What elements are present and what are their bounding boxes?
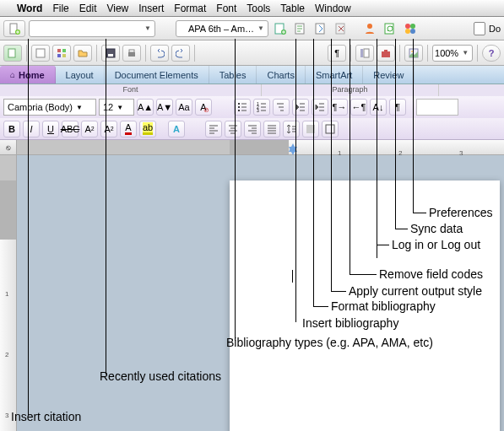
citation-toolbar: ▼ APA 6th – Am… ▼ [0,17,504,40]
toolbox-button[interactable] [377,45,395,62]
ltr-button[interactable]: ¶→ [331,99,348,116]
borders-button[interactable] [322,121,339,137]
shading-button[interactable] [302,121,319,137]
bibliography-style-dropdown[interactable]: APA 6th – Am… ▼ [176,20,268,37]
italic-button[interactable]: I [23,121,40,137]
align-center-button[interactable] [225,121,241,137]
standard-toolbar: ¶ 100%▼ ? [0,40,504,66]
insert-citation-button[interactable] [3,20,25,37]
styles-preview[interactable] [416,99,458,116]
callout-insert-bib: Insert bibliography [302,316,398,330]
callout-login: Log in or Log out [392,238,480,251]
menu-table[interactable]: Table [280,3,305,14]
shrink-font-button[interactable]: A▼ [156,99,173,116]
horizontal-ruler[interactable]: 1 2 3 [17,140,504,155]
menu-format[interactable]: Format [174,3,206,14]
apply-output-style-button[interactable] [312,20,329,37]
svg-rect-26 [384,50,387,51]
show-hide-button[interactable]: ¶ [389,99,406,116]
ribbon-row-1: Cambria (Body)▼ 12▼ A▲ A▼ Aa A⊘ 123 ¶→ ←… [0,96,504,118]
open-button[interactable] [73,45,92,62]
gallery-button[interactable] [52,45,71,62]
svg-text:3: 3 [257,108,259,113]
callout-insert-citation: Insert citation [11,410,81,423]
svg-rect-18 [62,54,66,57]
menu-font[interactable]: Font [216,3,236,14]
callout-recent-citations: Recently used citations [100,369,221,383]
home-icon: ⌂ [10,70,15,79]
numbering-button[interactable]: 123 [253,99,270,116]
svg-rect-25 [382,51,390,57]
recent-citations-dropdown[interactable]: ▼ [29,20,155,37]
ruler-corner[interactable]: ⎋ [0,140,17,155]
change-case-button[interactable]: Aa [176,99,192,116]
tab-charts[interactable]: Charts [257,66,305,84]
zoom-dropdown[interactable]: 100%▼ [432,45,473,62]
tab-tables[interactable]: Tables [209,66,257,84]
insert-bibliography-button[interactable] [272,20,289,37]
justify-button[interactable] [263,121,280,137]
tab-label: Review [373,70,404,80]
increase-indent-button[interactable] [312,99,328,116]
redo-button[interactable] [171,45,190,62]
vertical-ruler[interactable]: 1 2 3 [0,155,17,431]
svg-point-29 [238,103,240,105]
font-size-dropdown[interactable]: 12▼ [99,99,134,116]
sidebar-button[interactable] [355,45,374,62]
highlight-button[interactable]: ab [139,121,156,137]
rtl-button[interactable]: ←¶ [350,99,367,116]
multilevel-list-button[interactable] [273,99,290,116]
text-effects-button[interactable]: A [168,121,185,137]
menu-view[interactable]: View [106,3,128,14]
sync-data-button[interactable] [382,20,398,37]
menu-tools[interactable]: Tools [247,3,270,14]
preferences-button[interactable] [402,20,419,37]
grow-font-button[interactable]: A▲ [137,99,154,116]
svg-point-31 [238,110,240,111]
svg-point-11 [405,29,410,34]
menu-file[interactable]: File [52,3,68,14]
svg-rect-36 [326,125,334,133]
bold-button[interactable]: B [3,121,20,137]
menu-insert[interactable]: Insert [138,3,164,14]
remove-field-codes-button[interactable] [333,20,350,37]
font-size-value: 12 [103,102,113,112]
tab-review[interactable]: Review [363,66,415,84]
save-button[interactable] [101,45,120,62]
tab-smartart[interactable]: SmartArt [306,66,363,84]
menu-edit[interactable]: Edit [79,3,97,14]
new-button[interactable] [3,45,22,62]
superscript-button[interactable]: A2 [100,121,117,137]
callout-format-bib: Format bibliography [331,299,436,313]
app-menu[interactable]: Word [17,3,42,14]
line-spacing-button[interactable] [283,121,300,137]
decrease-indent-button[interactable] [292,99,309,116]
new-from-template-button[interactable] [31,45,50,62]
print-button[interactable] [122,45,141,62]
svg-rect-24 [364,49,369,57]
tab-document-elements[interactable]: Document Elements [105,66,209,84]
tab-layout[interactable]: Layout [56,66,105,84]
clear-formatting-button[interactable]: A⊘ [195,99,212,116]
strikethrough-button[interactable]: ABC [62,121,79,137]
media-browser-button[interactable] [404,45,423,62]
login-logout-button[interactable] [361,20,378,37]
undo-button[interactable] [150,45,169,62]
bullets-button[interactable] [234,99,251,116]
underline-button[interactable]: U [42,121,59,137]
align-left-button[interactable] [205,121,222,137]
font-color-button[interactable]: A [120,121,137,137]
font-name-dropdown[interactable]: Cambria (Body)▼ [3,99,96,116]
tab-label: Tables [219,70,247,80]
help-button[interactable]: ? [482,45,501,62]
align-right-button[interactable] [244,121,261,137]
svg-rect-13 [8,49,15,57]
group-font-label: Font [0,84,262,96]
menu-window[interactable]: Window [315,3,351,14]
zoom-value: 100% [435,48,458,58]
format-bibliography-button[interactable] [292,20,309,37]
subscript-button[interactable]: A2 [81,121,98,137]
tab-label: Home [19,70,45,80]
svg-rect-23 [360,49,363,57]
sort-button[interactable]: A↓ [370,99,387,116]
